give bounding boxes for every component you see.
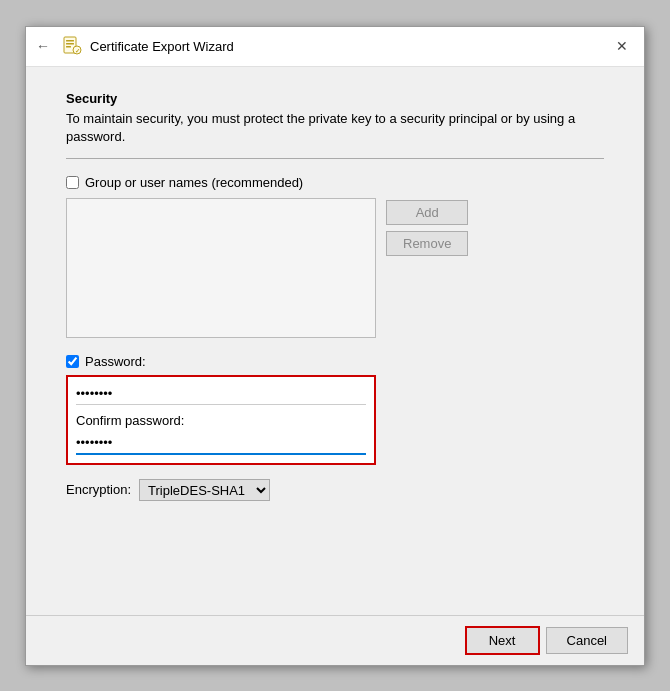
group-list-area: Add Remove (66, 198, 604, 338)
add-button[interactable]: Add (386, 200, 468, 225)
back-arrow-icon[interactable]: ← (36, 38, 50, 54)
encryption-row: Encryption: TripleDES-SHA1 AES256-SHA256 (66, 479, 604, 501)
password-group: Confirm password: (66, 375, 376, 465)
security-description: To maintain security, you must protect t… (66, 110, 604, 146)
password-input[interactable] (76, 383, 366, 405)
list-buttons: Add Remove (386, 198, 468, 338)
password-checkbox-label[interactable]: Password: (85, 354, 146, 369)
cancel-button[interactable]: Cancel (546, 627, 628, 654)
password-section: Password: Confirm password: (66, 354, 604, 465)
encryption-select[interactable]: TripleDES-SHA1 AES256-SHA256 (139, 479, 270, 501)
confirm-password-input[interactable] (76, 432, 366, 455)
close-button[interactable]: ✕ (610, 34, 634, 58)
security-heading: Security (66, 91, 604, 106)
group-list-box (66, 198, 376, 338)
encryption-label: Encryption: (66, 482, 131, 497)
title-bar: ← ✓ Certificate Export Wizard ✕ (26, 27, 644, 67)
svg-rect-2 (66, 43, 74, 45)
group-checkbox[interactable] (66, 176, 79, 189)
svg-rect-3 (66, 46, 71, 48)
dialog-footer: Next Cancel (26, 615, 644, 665)
group-checkbox-label[interactable]: Group or user names (recommended) (85, 175, 303, 190)
section-divider (66, 158, 604, 159)
svg-text:✓: ✓ (75, 48, 80, 54)
wizard-icon: ✓ (62, 36, 82, 56)
svg-rect-1 (66, 40, 74, 42)
title-bar-left: ← ✓ Certificate Export Wizard (36, 36, 234, 56)
group-checkbox-row: Group or user names (recommended) (66, 175, 604, 190)
certificate-export-wizard-dialog: ← ✓ Certificate Export Wizard ✕ Security… (25, 26, 645, 666)
password-checkbox-row: Password: (66, 354, 604, 369)
next-button[interactable]: Next (465, 626, 540, 655)
remove-button[interactable]: Remove (386, 231, 468, 256)
confirm-password-label: Confirm password: (76, 413, 366, 428)
dialog-content: Security To maintain security, you must … (26, 67, 644, 615)
password-checkbox[interactable] (66, 355, 79, 368)
dialog-title: Certificate Export Wizard (90, 39, 234, 54)
